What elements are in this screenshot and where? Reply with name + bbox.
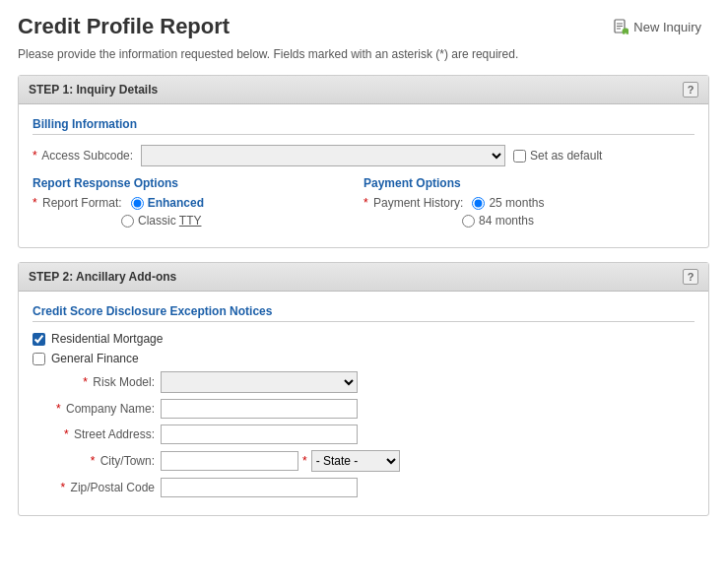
city-town-input[interactable] (161, 451, 298, 471)
state-select[interactable]: - State - (311, 450, 400, 472)
set-default-checkbox[interactable] (513, 150, 526, 163)
payment-84-text: 84 months (479, 214, 534, 228)
residential-mortgage-checkbox[interactable] (33, 333, 45, 346)
payment-25-text: 25 months (489, 196, 544, 210)
payment-options-title: Payment Options (364, 176, 694, 190)
svg-text:+: + (625, 31, 628, 35)
step2-body: Credit Score Disclosure Exception Notice… (19, 292, 708, 515)
req-star-format: * (33, 196, 37, 210)
classic-tty-radio[interactable] (121, 215, 134, 228)
company-name-input[interactable] (161, 399, 358, 419)
classic-tty-row: Classic TTY (121, 214, 364, 228)
company-name-row: * Company Name: (33, 399, 694, 419)
billing-section: Billing Information (33, 116, 694, 145)
access-subcode-row: * Access Subcode: Set as default (33, 145, 694, 166)
step1-header: STEP 1: Inquiry Details ? (19, 76, 708, 104)
step2-panel: STEP 2: Ancillary Add-ons ? Credit Score… (18, 262, 709, 516)
state-req-star: * (302, 454, 307, 468)
payment-25-radio[interactable] (472, 197, 485, 210)
options-row: Report Response Options * Report Format:… (33, 176, 694, 231)
access-subcode-select[interactable] (141, 145, 505, 166)
city-town-row: * City/Town: * - State - (33, 450, 694, 472)
payment-options-col: Payment Options * Payment History: 25 mo… (364, 176, 694, 231)
city-town-label: * City/Town: (33, 454, 161, 468)
general-finance-checkbox[interactable] (33, 353, 45, 365)
step1-panel: STEP 1: Inquiry Details ? Billing Inform… (18, 75, 709, 248)
payment-84-label[interactable]: 84 months (462, 214, 534, 228)
payment-history-row: * Payment History: 25 months (364, 196, 694, 210)
credit-score-label: Credit Score Disclosure Exception Notice… (33, 304, 694, 322)
classic-tty-label: Classic TTY (138, 214, 201, 228)
street-address-label: * Street Address: (33, 427, 161, 441)
enhanced-radio-label[interactable]: Enhanced (131, 196, 204, 210)
billing-section-label: Billing Information (33, 117, 694, 135)
credit-score-section: Credit Score Disclosure Exception Notice… (33, 303, 694, 332)
payment-25-label[interactable]: 25 months (472, 196, 544, 210)
new-inquiry-label: New Inquiry (633, 20, 701, 34)
page-header: Credit Profile Report + New Inquiry (18, 14, 709, 39)
zip-code-row: * Zip/Postal Code (33, 478, 694, 497)
city-state-group: * - State - (161, 450, 400, 472)
step1-help-icon[interactable]: ? (683, 82, 698, 98)
page-subtitle: Please provide the information requested… (18, 47, 709, 61)
step1-body: Billing Information * Access Subcode: Se… (19, 104, 708, 247)
zip-code-label: * Zip/Postal Code (33, 481, 161, 494)
residential-mortgage-row: Residential Mortgage (33, 332, 694, 346)
street-address-input[interactable] (161, 425, 358, 444)
zip-code-input[interactable] (161, 478, 358, 497)
step2-help-icon[interactable]: ? (683, 269, 698, 285)
set-default-label[interactable]: Set as default (513, 149, 602, 163)
general-finance-row: General Finance (33, 352, 694, 365)
residential-mortgage-label: Residential Mortgage (51, 332, 163, 346)
step1-title: STEP 1: Inquiry Details (29, 83, 158, 97)
payment-84-radio[interactable] (462, 215, 475, 228)
general-finance-label: General Finance (51, 352, 139, 365)
step2-header: STEP 2: Ancillary Add-ons ? (19, 263, 708, 292)
new-inquiry-button[interactable]: + New Inquiry (605, 15, 709, 38)
street-address-row: * Street Address: (33, 425, 694, 444)
risk-model-label: * Risk Model: (33, 375, 161, 389)
req-star-access: * (33, 149, 37, 163)
risk-model-select[interactable] (161, 371, 358, 393)
risk-model-row: * Risk Model: (33, 371, 694, 393)
payment-84-row: 84 months (462, 214, 694, 228)
company-name-label: * Company Name: (33, 402, 161, 416)
access-subcode-label: * Access Subcode: (33, 149, 133, 163)
report-format-row: * Report Format: Enhanced (33, 196, 364, 210)
document-icon: + (613, 19, 628, 34)
req-star-payment: * (364, 196, 368, 210)
page-title: Credit Profile Report (18, 14, 230, 39)
enhanced-radio[interactable] (131, 197, 144, 210)
report-options-title: Report Response Options (33, 176, 364, 190)
classic-tty-radio-label[interactable]: Classic TTY (121, 214, 201, 228)
report-options-col: Report Response Options * Report Format:… (33, 176, 364, 231)
enhanced-label: Enhanced (148, 196, 204, 210)
step2-title: STEP 2: Ancillary Add-ons (29, 270, 176, 284)
